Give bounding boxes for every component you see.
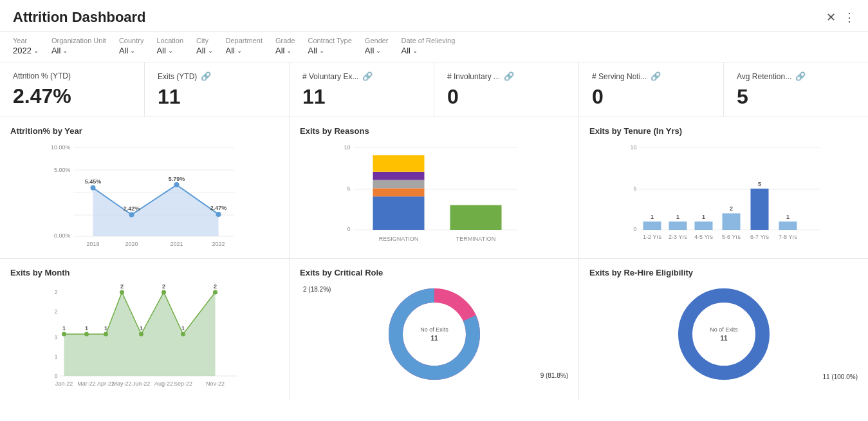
svg-text:1: 1 xyxy=(140,325,143,332)
svg-text:2022: 2022 xyxy=(212,241,225,247)
svg-text:2-3 Yrs: 2-3 Yrs xyxy=(669,234,687,240)
svg-text:2: 2 xyxy=(120,283,124,290)
svg-rect-50 xyxy=(723,213,741,230)
svg-text:Sep-22: Sep-22 xyxy=(174,380,192,387)
exits-by-rehire-panel: Exits by Re-Hire Eligibility No of Exits… xyxy=(579,259,868,400)
svg-text:5.00%: 5.00% xyxy=(54,167,71,173)
svg-text:7-8 Yrs: 7-8 Yrs xyxy=(779,234,797,240)
svg-text:2: 2 xyxy=(162,283,165,290)
svg-text:5: 5 xyxy=(758,181,761,187)
rehire-donut: No of Exits 11 xyxy=(672,283,775,386)
svg-point-10 xyxy=(129,212,134,218)
svg-rect-56 xyxy=(779,221,797,230)
dashboard-title: Attrition Dashboard xyxy=(13,9,146,26)
filter-country[interactable]: Country All ⌄ xyxy=(119,37,144,55)
filter-location[interactable]: Location All ⌄ xyxy=(156,37,183,55)
svg-text:10: 10 xyxy=(630,144,636,151)
svg-point-67 xyxy=(84,332,89,337)
svg-point-73 xyxy=(213,290,217,295)
filter-organization-unit[interactable]: Organization Unit All ⌄ xyxy=(51,37,106,55)
svg-point-66 xyxy=(62,332,66,337)
svg-text:1: 1 xyxy=(786,214,790,220)
filter-grade[interactable]: Grade All ⌄ xyxy=(275,37,295,55)
exits-by-critical-role-title: Exits by Critical Role xyxy=(300,268,568,277)
filter-city[interactable]: City All ⌄ xyxy=(196,37,212,55)
svg-text:0: 0 xyxy=(633,226,636,232)
svg-point-68 xyxy=(104,332,108,337)
svg-point-11 xyxy=(174,182,180,187)
svg-text:4-5 Yrs: 4-5 Yrs xyxy=(694,234,713,240)
svg-point-72 xyxy=(181,332,185,337)
svg-text:6-7 Yrs: 6-7 Yrs xyxy=(750,234,769,240)
exits-by-reasons-panel: Exits by Reasons 10 5 0 xyxy=(290,117,579,258)
svg-text:2: 2 xyxy=(730,205,733,212)
svg-text:5.79%: 5.79% xyxy=(169,176,185,182)
svg-rect-41 xyxy=(643,221,661,230)
filter-year[interactable]: Year 2022 ⌄ xyxy=(13,37,39,55)
attrition-by-year-title: Attrition% by Year xyxy=(10,126,279,136)
svg-rect-32 xyxy=(450,205,502,230)
svg-text:May-22: May-22 xyxy=(112,380,131,387)
exits-by-month-title: Exits by Month xyxy=(10,268,279,277)
exits-by-rehire-title: Exits by Re-Hire Eligibility xyxy=(589,268,858,277)
svg-rect-44 xyxy=(669,221,687,230)
svg-text:1: 1 xyxy=(104,325,107,332)
svg-text:1: 1 xyxy=(651,214,654,220)
attrition-by-year-chart: 10.00% 5.00% 0.00% 5.45% 2.42% 5.79% 2.4… xyxy=(10,141,279,250)
filter-date-of-relieving[interactable]: Date of Relieving All ⌄ xyxy=(402,37,456,55)
svg-point-71 xyxy=(162,290,166,295)
svg-text:No of Exits: No of Exits xyxy=(710,326,738,333)
filter-gender[interactable]: Gender All ⌄ xyxy=(365,37,389,55)
svg-text:1: 1 xyxy=(54,334,57,341)
svg-point-70 xyxy=(139,332,143,337)
svg-text:1: 1 xyxy=(85,325,88,332)
filters-bar: Year 2022 ⌄Organization Unit All ⌄Countr… xyxy=(0,32,868,62)
exits-by-month-panel: Exits by Month 2 2 1 1 0 xyxy=(0,259,290,400)
svg-point-12 xyxy=(216,212,221,217)
kpi-card: # Serving Noti... 🔗 0 xyxy=(579,62,724,117)
kpi-card: # Voluntary Ex... 🔗 11 xyxy=(290,62,434,117)
svg-text:5: 5 xyxy=(347,185,350,192)
kpi-row: Attrition % (YTD) 2.47%Exits (YTD) 🔗 11#… xyxy=(0,62,868,117)
svg-text:1: 1 xyxy=(54,353,57,360)
exits-by-critical-role-panel: Exits by Critical Role No of Exits 11 2 … xyxy=(290,259,579,400)
attrition-by-year-panel: Attrition% by Year 10.00% 5.00% 0.00% xyxy=(0,117,290,258)
svg-point-94 xyxy=(685,295,762,373)
svg-text:5: 5 xyxy=(633,185,636,192)
charts-row-2: Exits by Month 2 2 1 1 0 xyxy=(0,259,868,400)
charts-row-1: Attrition% by Year 10.00% 5.00% 0.00% xyxy=(0,117,868,259)
exits-by-tenure-panel: Exits by Tenure (In Yrs) 10 5 0 1 1-2 Yr… xyxy=(579,117,868,258)
menu-icon[interactable]: ⋮ xyxy=(844,10,855,24)
svg-text:1: 1 xyxy=(62,325,66,332)
svg-text:5.45%: 5.45% xyxy=(85,178,102,185)
svg-text:1: 1 xyxy=(676,214,679,220)
svg-text:2: 2 xyxy=(214,283,217,290)
dashboard: Attrition Dashboard ✕ ⋮ Year 2022 ⌄Organ… xyxy=(0,0,868,421)
exits-by-reasons-chart: 10 5 0 RESIGNATION TERMI xyxy=(300,141,568,250)
exits-by-tenure-chart: 10 5 0 1 1-2 Yrs 1 2-3 Yrs 1 4-5 Yrs 2 xyxy=(589,141,858,250)
svg-text:No of Exits: No of Exits xyxy=(420,326,448,333)
svg-text:2019: 2019 xyxy=(86,241,99,247)
svg-text:Jun-22: Jun-22 xyxy=(133,380,151,387)
svg-rect-30 xyxy=(373,172,425,180)
exits-by-reasons-title: Exits by Reasons xyxy=(300,126,568,136)
svg-text:2: 2 xyxy=(54,308,57,315)
svg-rect-31 xyxy=(373,155,425,172)
svg-text:0.00%: 0.00% xyxy=(54,232,71,239)
filter-contract-type[interactable]: Contract Type All ⌄ xyxy=(308,37,352,55)
svg-text:1-2 Yrs: 1-2 Yrs xyxy=(643,234,661,240)
svg-text:Nov-22: Nov-22 xyxy=(206,380,225,387)
svg-text:1: 1 xyxy=(181,325,185,332)
svg-text:1: 1 xyxy=(702,214,705,220)
svg-text:5-6 Yrs: 5-6 Yrs xyxy=(722,234,741,240)
critical-role-donut: No of Exits 11 xyxy=(383,283,486,386)
svg-rect-29 xyxy=(373,180,425,189)
svg-rect-53 xyxy=(751,189,769,230)
svg-text:RESIGNATION: RESIGNATION xyxy=(379,236,418,242)
kpi-card: # Involuntary ... 🔗 0 xyxy=(434,62,579,117)
svg-rect-27 xyxy=(373,196,425,230)
header: Attrition Dashboard ✕ ⋮ xyxy=(0,0,868,32)
filter-department[interactable]: Department All ⌄ xyxy=(226,37,263,55)
kpi-card: Attrition % (YTD) 2.47% xyxy=(0,62,145,117)
close-icon[interactable]: ✕ xyxy=(826,10,836,24)
